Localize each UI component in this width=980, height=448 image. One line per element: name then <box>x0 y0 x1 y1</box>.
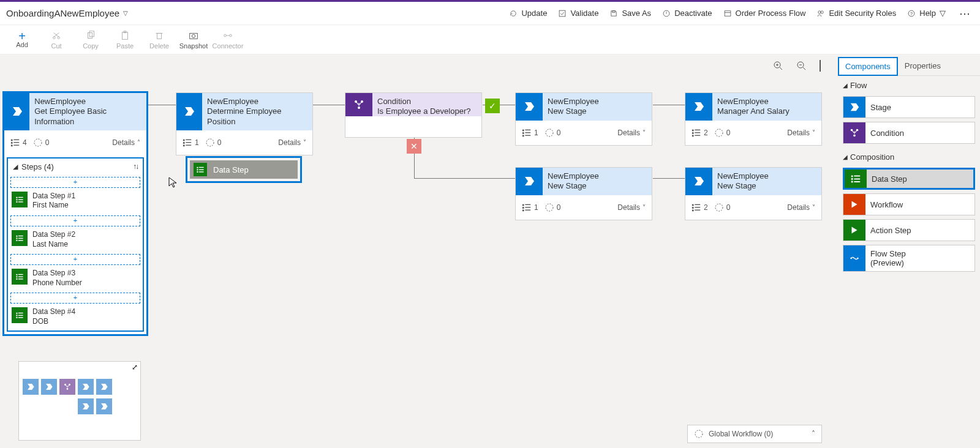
dragged-component[interactable]: Data Step <box>186 156 302 183</box>
action-step-icon <box>843 220 865 241</box>
save-as-button[interactable]: Save As <box>609 9 651 18</box>
process-name-dropdown[interactable]: OnboardingANewEmployee ▽ <box>6 8 128 18</box>
stage-icon <box>516 168 543 195</box>
validate-button[interactable]: Validate <box>558 9 598 18</box>
step-item[interactable]: Data Step #4DOB <box>8 305 143 330</box>
condition-tile[interactable]: ConditionIs Employee a Developer? <box>345 92 482 138</box>
cut-button[interactable]: Cut <box>39 28 74 51</box>
data-step-icon <box>194 163 207 176</box>
delete-button[interactable]: Delete <box>142 28 176 51</box>
snapshot-button[interactable]: Snapshot <box>176 28 211 51</box>
chevron-up-icon: ˄ <box>812 430 815 438</box>
details-toggle[interactable]: Details˅ <box>787 129 815 137</box>
stage-tile[interactable]: NewEmployeeNew Stage 10Details˅ <box>515 167 652 220</box>
details-toggle[interactable]: Details˅ <box>278 138 306 147</box>
section-flow[interactable]: ◢Flow <box>838 76 980 92</box>
section-composition[interactable]: ◢Composition <box>838 147 980 164</box>
process-name: OnboardingANewEmployee <box>6 8 119 18</box>
steps-panel: ◢ Steps (4) ↑↓ + Data Step #1First Name … <box>7 157 144 332</box>
condition-icon <box>843 122 865 143</box>
copy-button[interactable]: Copy <box>74 28 108 51</box>
stage-name: Get Employee Basic Information <box>34 106 141 127</box>
add-step-slot[interactable]: + <box>10 215 140 226</box>
connector-button[interactable]: Connector <box>211 28 245 51</box>
stage-tile[interactable]: NewEmployeeNew Stage 20Details˅ <box>685 167 822 220</box>
step-count: 4 <box>10 138 27 147</box>
stage-icon <box>176 93 202 130</box>
component-workflow[interactable]: Workflow <box>843 193 975 215</box>
update-button[interactable]: Update <box>509 9 547 18</box>
connector <box>653 105 685 105</box>
condition-yes-icon: ✓ <box>485 99 500 113</box>
stage-icon <box>516 93 543 121</box>
svg-point-42 <box>230 34 232 37</box>
mouse-cursor-icon <box>168 177 177 188</box>
stage-icon <box>685 93 712 121</box>
stage-tile-selected[interactable]: NewEmployee Get Employee Basic Informati… <box>2 91 148 336</box>
flow-step-icon <box>843 245 865 271</box>
component-data-step[interactable]: Data Step <box>843 168 975 190</box>
help-button[interactable]: ?Help▽ <box>907 9 946 18</box>
component-condition[interactable]: Condition <box>843 122 975 144</box>
chevron-down-icon: ▽ <box>940 9 946 18</box>
step-item[interactable]: Data Step #3Phone Number <box>8 266 143 291</box>
flow-canvas[interactable]: ✓ ✕ NewEmployee Get Employee Basic Infor… <box>0 54 980 448</box>
component-stage[interactable]: Stage <box>843 96 975 118</box>
minimap-condition-icon <box>59 379 75 395</box>
stage-tile[interactable]: NewEmployeeManager And Salary 20Details˅ <box>685 92 822 146</box>
details-toggle[interactable]: Details˅ <box>787 203 815 212</box>
reorder-arrows-icon[interactable]: ↑↓ <box>133 162 138 171</box>
svg-rect-22 <box>612 10 615 12</box>
workflow-count: 0 <box>33 138 50 147</box>
component-action-step[interactable]: Action Step <box>843 219 975 241</box>
more-commands-button[interactable]: ⋯ <box>957 7 974 20</box>
add-button[interactable]: +Add <box>5 28 39 51</box>
svg-text:?: ? <box>910 11 913 15</box>
command-bar: OnboardingANewEmployee ▽ Update Validate… <box>0 2 980 25</box>
data-step-icon <box>12 230 28 246</box>
svg-rect-35 <box>123 32 128 39</box>
stage-tile[interactable]: NewEmployeeNew Stage 10Details˅ <box>515 92 652 146</box>
connector <box>653 178 685 179</box>
data-step-icon <box>12 192 28 207</box>
drag-label: Data Step <box>213 165 249 174</box>
step-item[interactable]: Data Step #2Last Name <box>8 228 143 253</box>
connector <box>148 105 176 105</box>
tab-components[interactable]: Components <box>838 57 898 76</box>
edit-security-roles-button[interactable]: Edit Security Roles <box>816 9 896 18</box>
add-step-slot[interactable]: + <box>10 293 140 304</box>
stage-tile[interactable]: NewEmployeeDetermine Employee Position 1… <box>176 92 313 155</box>
chevron-down-icon: ▽ <box>123 10 128 17</box>
svg-rect-37 <box>157 33 161 39</box>
svg-point-41 <box>224 34 227 37</box>
details-toggle[interactable]: Details˅ <box>617 129 646 137</box>
svg-point-27 <box>818 10 821 13</box>
connector <box>313 105 345 105</box>
stage-entity: NewEmployee <box>34 97 141 106</box>
add-step-slot[interactable]: + <box>10 177 140 188</box>
chevron-up-icon: ˄ <box>137 139 140 146</box>
global-workflow-bar[interactable]: Global Workflow (0) ˄ <box>687 425 822 443</box>
component-flow-step[interactable]: Flow Step (Preview) <box>843 245 975 272</box>
order-process-flow-button[interactable]: Order Process Flow <box>723 9 806 18</box>
edit-toolbar: +Add Cut Copy Paste Delete Snapshot Conn… <box>0 25 980 54</box>
add-step-slot[interactable]: + <box>10 254 140 265</box>
stage-icon <box>4 93 29 130</box>
deactivate-button[interactable]: Deactivate <box>662 9 712 18</box>
data-step-icon <box>12 307 28 323</box>
minimap[interactable]: ⤢ <box>18 361 141 441</box>
paste-button[interactable]: Paste <box>108 28 142 51</box>
tab-properties[interactable]: Properties <box>898 57 948 76</box>
svg-rect-34 <box>89 31 94 36</box>
expand-icon[interactable]: ⤢ <box>132 363 138 371</box>
svg-rect-33 <box>88 32 92 38</box>
details-toggle[interactable]: Details˅ <box>617 203 646 212</box>
collapse-icon: ◢ <box>13 163 18 171</box>
steps-header[interactable]: ◢ Steps (4) ↑↓ <box>8 159 143 176</box>
step-item[interactable]: Data Step #1First Name <box>8 189 143 214</box>
details-toggle[interactable]: Details˄ <box>112 138 140 147</box>
designer-canvas-area: ✓ ✕ NewEmployee Get Employee Basic Infor… <box>0 54 980 448</box>
condition-icon <box>345 93 372 116</box>
svg-point-40 <box>192 34 195 37</box>
svg-rect-21 <box>560 10 566 17</box>
